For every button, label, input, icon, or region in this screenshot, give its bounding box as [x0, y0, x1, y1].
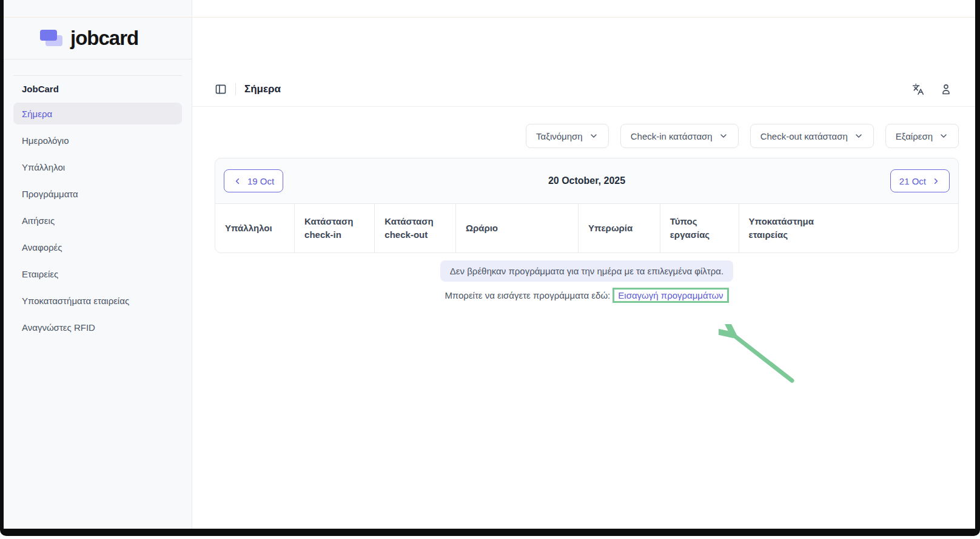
chevron-down-icon [939, 131, 948, 141]
sidebar-items: ΣήμεραΗμερολόγιοΥπάλληλοιΠρογράμματαΑιτή… [13, 103, 182, 338]
page-content: Ταξινόμηση Check-in κατάσταση Check-out … [192, 124, 975, 303]
table-column-header: Τύπος εργασίας [660, 204, 739, 253]
sidebar: jobcard JobCard ΣήμεραΗμερολόγιοΥπάλληλο… [4, 0, 192, 529]
filter-row: Ταξινόμηση Check-in κατάσταση Check-out … [215, 124, 959, 148]
empty-state: Δεν βρέθηκαν προγράμματα για την ημέρα μ… [215, 253, 959, 303]
chevron-down-icon [854, 131, 864, 141]
table-column-header: Υπερωρία [579, 204, 660, 253]
import-programs-link[interactable]: Εισαγωγή προγραμμάτων [612, 288, 728, 303]
sidebar-item[interactable]: Αναγνώστες RFID [13, 316, 182, 338]
prev-day-label: 19 Oct [247, 176, 274, 186]
chevron-down-icon [719, 131, 728, 141]
sidebar-item[interactable]: Αιτήσεις [13, 209, 182, 231]
table-column-header: Υποκατάστημα εταιρείας [739, 204, 958, 253]
languages-icon[interactable] [912, 83, 924, 95]
chevron-down-icon [589, 131, 599, 141]
filter-label: Check-in κατάσταση [631, 131, 713, 141]
page-title: Σήμερα [244, 83, 281, 95]
current-date-title: 20 October, 2025 [215, 175, 958, 186]
next-day-label: 21 Oct [899, 176, 926, 186]
hint-text: Μπορείτε να εισάγετε προγράμματα εδώ: [445, 290, 610, 300]
filter-dropdown[interactable]: Εξαίρεση [885, 124, 959, 148]
table-column-header: Υπάλληλοι [215, 204, 295, 253]
panel-left-icon[interactable] [215, 83, 227, 95]
sidebar-logo-section: jobcard [4, 0, 192, 59]
sidebar-item[interactable]: Ημερολόγιο [13, 129, 182, 151]
sidebar-item[interactable]: Υπάλληλοι [13, 156, 182, 178]
sidebar-item[interactable]: Υποκαταστήματα εταιρείας [13, 290, 182, 311]
top-hairline [4, 17, 975, 18]
filter-label: Ταξινόμηση [536, 131, 583, 141]
prev-day-button[interactable]: 19 Oct [224, 169, 283, 192]
screenshot-frame: jobcard JobCard ΣήμεραΗμερολόγιοΥπάλληλο… [0, 0, 980, 536]
table-column-header: Ωράριο [456, 204, 579, 253]
header-divider [235, 83, 236, 95]
annotation-arrow [719, 324, 807, 391]
filter-dropdown[interactable]: Ταξινόμηση [526, 124, 609, 148]
sidebar-item[interactable]: Προγράμματα [13, 183, 182, 205]
jobcard-logo-icon [40, 30, 62, 46]
sidebar-item[interactable]: Σήμερα [13, 103, 182, 124]
filter-dropdown[interactable]: Check-in κατάσταση [620, 124, 739, 148]
next-day-button[interactable]: 21 Oct [890, 169, 950, 192]
filter-label: Εξαίρεση [896, 131, 933, 141]
filter-dropdown[interactable]: Check-out κατάσταση [750, 124, 874, 148]
sidebar-nav: JobCard ΣήμεραΗμερολόγιοΥπάλληλοιΠρογράμ… [4, 59, 192, 338]
filter-label: Check-out κατάσταση [760, 131, 848, 141]
logo-text: jobcard [70, 27, 138, 50]
day-schedule-card: 19 Oct 20 October, 2025 21 Oct Υπάλληλοι… [215, 158, 959, 253]
chevron-left-icon [233, 177, 242, 186]
table-header-row: ΥπάλληλοιΚατάσταση check-inΚατάσταση che… [215, 203, 958, 253]
workspace-label: JobCard [13, 84, 182, 94]
app-logo[interactable]: jobcard [40, 27, 138, 50]
main-area: Σήμερα Ταξινόμηση C [192, 0, 975, 529]
table-column-header: Κατάσταση check-in [295, 204, 375, 253]
user-icon[interactable] [940, 83, 952, 95]
date-navigation: 19 Oct 20 October, 2025 21 Oct [215, 158, 958, 203]
nav-divider [13, 75, 182, 76]
page-header: Σήμερα [192, 72, 975, 107]
empty-message: Δεν βρέθηκαν προγράμματα για την ημέρα μ… [440, 260, 733, 282]
sidebar-item[interactable]: Εταιρείες [13, 263, 182, 285]
chevron-right-icon [931, 177, 941, 186]
sidebar-item[interactable]: Αναφορές [13, 236, 182, 258]
table-column-header: Κατάσταση check-out [375, 204, 456, 253]
